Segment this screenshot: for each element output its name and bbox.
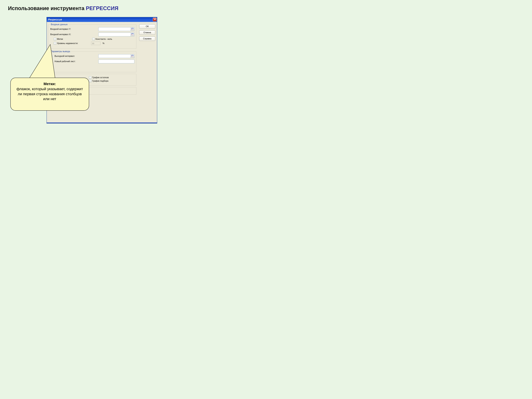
radio-new-sheet[interactable]	[50, 60, 52, 63]
dialog-title: Регрессия	[48, 18, 62, 21]
row-confidence: Уровень надежности: %	[50, 42, 134, 45]
checkbox-labels[interactable]	[54, 38, 56, 40]
checkbox-confidence[interactable]	[54, 42, 56, 44]
refedit-y	[98, 27, 134, 31]
svg-rect-1	[131, 28, 133, 28]
slide-title: Использование инструмента РЕГРЕССИЯ	[8, 5, 118, 11]
checkbox-const-zero-pair: Константа - ноль	[92, 38, 134, 40]
dialog-side-column: ОК Отмена Справка	[139, 24, 155, 41]
refedit-x	[98, 32, 134, 36]
input-y-field[interactable]	[98, 27, 131, 31]
checkbox-const-zero-text: Константа - ноль	[95, 38, 112, 40]
close-icon: ✕	[154, 18, 156, 21]
checkbox-labels-pair: Метки	[50, 38, 92, 40]
callout-body: флажок, который указывает, содержит ли п…	[17, 87, 83, 101]
slide-title-accent: РЕГРЕССИЯ	[86, 5, 119, 11]
confidence-value-field	[91, 42, 101, 45]
callout-labels-tooltip: Метки: флажок, который указывает, содерж…	[10, 78, 89, 111]
new-sheet-name-field[interactable]	[98, 60, 134, 63]
slide-title-plain: Использование инструмента	[8, 5, 86, 11]
group-output-legend: Параметры вывода	[50, 50, 71, 53]
checkbox-confidence-text: Уровень надежности:	[57, 42, 78, 44]
checkbox-resid-plot[interactable]	[89, 76, 91, 79]
checkbox-fit-plot-pair: График подбора	[89, 80, 109, 82]
dialog-titlebar: Регрессия ✕	[47, 17, 157, 22]
group-input-data: Входные данные Входной интервал Y:	[48, 23, 136, 49]
range-picker-icon	[131, 28, 134, 30]
label-input-y: Входной интервал Y:	[50, 28, 71, 30]
checkbox-resid-plot-text: График остатков	[92, 76, 109, 79]
cancel-button[interactable]: Отмена	[139, 31, 155, 35]
checkbox-confidence-pair: Уровень надежности:	[54, 42, 78, 44]
checkbox-fit-plot-text: График подбора	[92, 80, 108, 82]
label-output-range: Выходной интервал:	[55, 55, 75, 57]
range-picker-output[interactable]	[131, 54, 134, 58]
group-input-legend: Входные данные	[50, 23, 68, 26]
row-labels-const: Метки Константа - ноль	[50, 38, 134, 40]
checkbox-fit-plot[interactable]	[89, 80, 91, 82]
range-picker-icon	[131, 33, 134, 36]
refedit-output	[98, 54, 134, 58]
radio-output-range[interactable]	[50, 55, 52, 57]
help-button[interactable]: Справка	[139, 37, 155, 41]
svg-rect-3	[131, 33, 133, 34]
row-input-x: Входной интервал X:	[50, 32, 134, 36]
range-picker-y[interactable]	[131, 27, 134, 31]
checkbox-resid-plot-pair: График остатков	[89, 76, 109, 79]
callout-box: Метки: флажок, который указывает, содерж…	[10, 78, 89, 111]
checkbox-labels-text: Метки	[57, 38, 63, 40]
percent-sign: %	[102, 42, 104, 44]
dialog-bottom-edge	[47, 122, 157, 123]
ok-button[interactable]: ОК	[139, 24, 155, 29]
callout-heading: Метки:	[44, 82, 56, 86]
close-button[interactable]: ✕	[153, 18, 157, 21]
label-new-sheet: Новый рабочий лист:	[55, 60, 76, 63]
range-picker-icon	[131, 55, 134, 57]
range-picker-x[interactable]	[131, 32, 134, 36]
checkbox-const-zero[interactable]	[92, 38, 95, 40]
input-x-field[interactable]	[98, 32, 131, 36]
group-output-params: Параметры вывода Выходной интервал:	[48, 50, 136, 72]
row-new-sheet: Новый рабочий лист:	[50, 60, 134, 63]
output-range-field[interactable]	[98, 54, 131, 58]
svg-rect-5	[131, 55, 133, 56]
row-output-range: Выходной интервал:	[50, 54, 134, 58]
label-input-x: Входной интервал X:	[50, 33, 71, 36]
row-input-y: Входной интервал Y:	[50, 27, 134, 31]
